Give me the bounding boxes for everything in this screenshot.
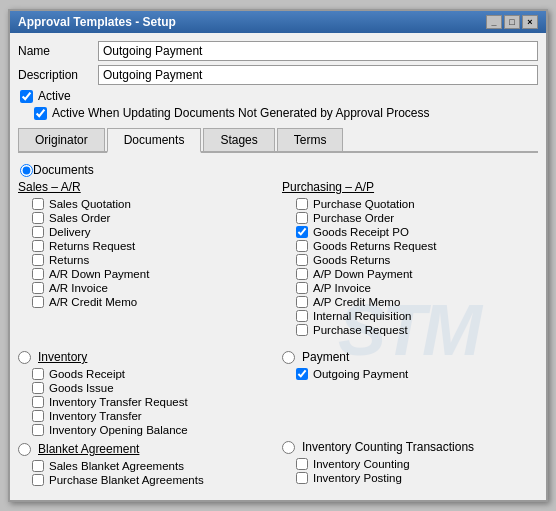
active-checkbox[interactable] [20, 90, 33, 103]
ar-down-payment-checkbox[interactable] [32, 268, 44, 280]
goods-issue-row: Goods Issue [32, 382, 274, 394]
ar-invoice-checkbox[interactable] [32, 282, 44, 294]
sales-order-row: Sales Order [32, 212, 274, 224]
purchase-blanket-label: Purchase Blanket Agreements [49, 474, 204, 486]
inventory-transfer-request-label: Inventory Transfer Request [49, 396, 188, 408]
ap-invoice-label: A/P Invoice [313, 282, 371, 294]
internal-requisition-checkbox[interactable] [296, 310, 308, 322]
purchasing-ap-label: Purchasing – A/P [282, 180, 374, 194]
sales-blanket-checkbox[interactable] [32, 460, 44, 472]
left-column: Sales – A/R Sales Quotation Sales Order [18, 180, 274, 338]
inventory-transfer-row: Inventory Transfer [32, 410, 274, 422]
window-body: Name Description Active Active When Upda… [10, 33, 546, 500]
purchasing-ap-header: Purchasing – A/P [282, 180, 538, 194]
active-row: Active [20, 89, 538, 103]
purchase-request-row: Purchase Request [296, 324, 538, 336]
description-input[interactable] [98, 65, 538, 85]
purchase-blanket-row: Purchase Blanket Agreements [32, 474, 274, 486]
purchase-blanket-checkbox[interactable] [32, 474, 44, 486]
sales-ar-label: Sales – A/R [18, 180, 81, 194]
description-label: Description [18, 68, 98, 82]
purchase-request-checkbox[interactable] [296, 324, 308, 336]
tab-documents[interactable]: Documents [107, 128, 202, 153]
delivery-row: Delivery [32, 226, 274, 238]
inventory-counting-checkbox[interactable] [296, 458, 308, 470]
active-label: Active [38, 89, 71, 103]
documents-header-row: Documents [20, 163, 538, 177]
payment-radio[interactable] [282, 351, 295, 364]
purchase-request-label: Purchase Request [313, 324, 408, 336]
goods-receipt-po-checkbox[interactable] [296, 226, 308, 238]
returns-checkbox[interactable] [32, 254, 44, 266]
internal-requisition-row: Internal Requisition [296, 310, 538, 322]
goods-receipt-label: Goods Receipt [49, 368, 125, 380]
minimize-button[interactable]: _ [486, 15, 502, 29]
blanket-agreement-label: Blanket Agreement [38, 442, 139, 456]
close-button[interactable]: × [522, 15, 538, 29]
title-bar: Approval Templates - Setup _ □ × [10, 11, 546, 33]
purchase-order-label: Purchase Order [313, 212, 394, 224]
purchase-order-checkbox[interactable] [296, 212, 308, 224]
right-column: Purchasing – A/P Purchase Quotation Purc… [282, 180, 538, 338]
ar-down-payment-label: A/R Down Payment [49, 268, 149, 280]
inventory-radio[interactable] [18, 351, 31, 364]
goods-issue-checkbox[interactable] [32, 382, 44, 394]
delivery-label: Delivery [49, 226, 91, 238]
goods-receipt-row: Goods Receipt [32, 368, 274, 380]
sales-order-checkbox[interactable] [32, 212, 44, 224]
inventory-transfer-checkbox[interactable] [32, 410, 44, 422]
name-row: Name [18, 41, 538, 61]
ap-down-payment-checkbox[interactable] [296, 268, 308, 280]
documents-radio[interactable] [20, 164, 33, 177]
documents-header-label: Documents [33, 163, 94, 177]
goods-receipt-po-label: Goods Receipt PO [313, 226, 409, 238]
purchase-order-row: Purchase Order [296, 212, 538, 224]
window-title: Approval Templates - Setup [18, 15, 176, 29]
sales-order-label: Sales Order [49, 212, 110, 224]
returns-request-checkbox[interactable] [32, 240, 44, 252]
inventory-transfer-label: Inventory Transfer [49, 410, 142, 422]
sales-quotation-row: Sales Quotation [32, 198, 274, 210]
tab-stages[interactable]: Stages [203, 128, 274, 151]
inventory-counting-label: Inventory Counting [313, 458, 410, 470]
ar-credit-memo-row: A/R Credit Memo [32, 296, 274, 308]
outgoing-payment-label: Outgoing Payment [313, 368, 408, 380]
sales-quotation-checkbox[interactable] [32, 198, 44, 210]
purchase-quotation-checkbox[interactable] [296, 198, 308, 210]
inventory-transfer-request-row: Inventory Transfer Request [32, 396, 274, 408]
ar-invoice-row: A/R Invoice [32, 282, 274, 294]
tab-terms[interactable]: Terms [277, 128, 344, 151]
inventory-posting-row: Inventory Posting [296, 472, 538, 484]
payment-header: Payment [282, 350, 538, 364]
ap-down-payment-label: A/P Down Payment [313, 268, 413, 280]
ap-invoice-row: A/P Invoice [296, 282, 538, 294]
inventory-counting-transactions-label: Inventory Counting Transactions [302, 440, 474, 454]
ar-invoice-label: A/R Invoice [49, 282, 108, 294]
inventory-opening-balance-checkbox[interactable] [32, 424, 44, 436]
tab-originator[interactable]: Originator [18, 128, 105, 151]
inventory-header: Inventory [18, 350, 274, 364]
main-columns: Sales – A/R Sales Quotation Sales Order [18, 180, 538, 338]
outgoing-payment-checkbox[interactable] [296, 368, 308, 380]
main-window: Approval Templates - Setup _ □ × Name De… [8, 9, 548, 502]
inventory-counting-row: Inventory Counting [296, 458, 538, 470]
ar-credit-memo-label: A/R Credit Memo [49, 296, 137, 308]
name-input[interactable] [98, 41, 538, 61]
maximize-button[interactable]: □ [504, 15, 520, 29]
goods-receipt-po-row: Goods Receipt PO [296, 226, 538, 238]
sales-quotation-label: Sales Quotation [49, 198, 131, 210]
inventory-posting-checkbox[interactable] [296, 472, 308, 484]
inventory-transfer-request-checkbox[interactable] [32, 396, 44, 408]
delivery-checkbox[interactable] [32, 226, 44, 238]
ar-credit-memo-checkbox[interactable] [32, 296, 44, 308]
inventory-counting-transactions-radio[interactable] [282, 441, 295, 454]
ap-credit-memo-checkbox[interactable] [296, 296, 308, 308]
goods-receipt-checkbox[interactable] [32, 368, 44, 380]
bottom-right-column: Payment Outgoing Payment Inventory Count… [282, 344, 538, 488]
ap-invoice-checkbox[interactable] [296, 282, 308, 294]
active-when-checkbox[interactable] [34, 107, 47, 120]
blanket-radio[interactable] [18, 443, 31, 456]
blanket-agreement-header: Blanket Agreement [18, 442, 274, 456]
goods-returns-checkbox[interactable] [296, 254, 308, 266]
goods-returns-request-checkbox[interactable] [296, 240, 308, 252]
